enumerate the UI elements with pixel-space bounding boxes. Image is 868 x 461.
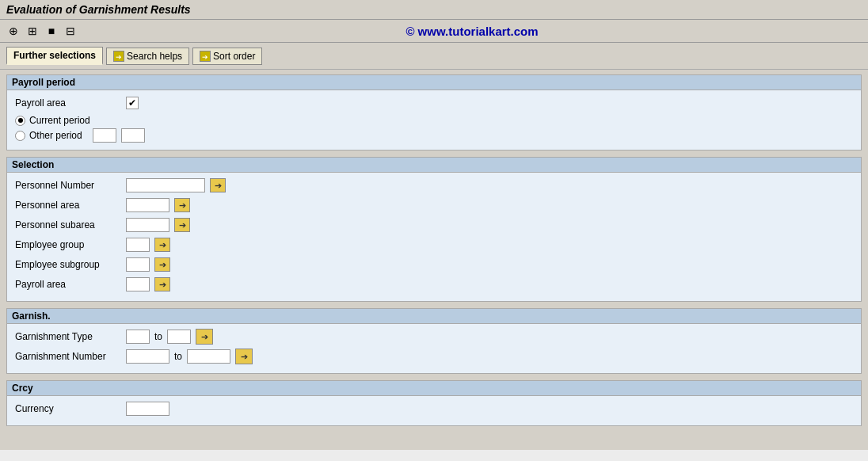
sort-order-label: Sort order bbox=[213, 51, 255, 62]
employee-subgroup-nav[interactable]: ➔ bbox=[154, 257, 170, 272]
garnishment-header: Garnish. bbox=[7, 309, 861, 324]
personnel-area-nav[interactable]: ➔ bbox=[174, 198, 190, 212]
title-bar: Evaluation of Garnishment Results bbox=[0, 0, 868, 20]
other-period-input-2[interactable] bbox=[121, 128, 145, 143]
toolbar-icon-1[interactable]: ⊕ bbox=[5, 22, 22, 40]
selection-section: Selection Personnel Number ➔ Personnel a… bbox=[6, 157, 862, 302]
personnel-number-row: Personnel Number ➔ bbox=[15, 177, 853, 193]
selection-payroll-area-row: Payroll area ➔ bbox=[15, 276, 853, 292]
search-helps-arrow-icon: ➔ bbox=[113, 51, 124, 62]
personnel-subarea-row: Personnel subarea ➔ bbox=[15, 217, 853, 233]
garnishment-type-to-label: to bbox=[154, 331, 162, 342]
toolbar-icon-2[interactable]: ⊞ bbox=[24, 22, 41, 40]
garnishment-number-row: Garnishment Number to ➔ bbox=[15, 349, 853, 364]
personnel-number-nav[interactable]: ➔ bbox=[210, 178, 226, 192]
payroll-area-row: Payroll area ✔ bbox=[15, 95, 853, 111]
current-period-row: Current period bbox=[15, 115, 853, 126]
crcy-body: Currency bbox=[7, 396, 861, 425]
employee-group-row: Employee group ➔ bbox=[15, 237, 853, 253]
selection-body: Personnel Number ➔ Personnel area ➔ Pers… bbox=[7, 173, 861, 301]
selection-header: Selection bbox=[7, 158, 861, 173]
garnishment-number-input-from[interactable] bbox=[126, 349, 169, 364]
personnel-number-input[interactable] bbox=[126, 178, 205, 192]
employee-subgroup-label: Employee subgroup bbox=[15, 259, 126, 270]
payroll-area-checkbox[interactable]: ✔ bbox=[126, 97, 139, 109]
employee-group-input[interactable] bbox=[126, 238, 150, 252]
garnishment-section: Garnish. Garnishment Type to ➔ Garnishme… bbox=[6, 308, 862, 374]
toolbar-icon-4[interactable]: ⊟ bbox=[62, 22, 79, 40]
current-period-label: Current period bbox=[29, 115, 90, 126]
page-title: Evaluation of Garnishment Results bbox=[6, 3, 191, 16]
personnel-subarea-nav[interactable]: ➔ bbox=[174, 218, 190, 232]
garnishment-type-nav[interactable]: ➔ bbox=[196, 329, 213, 345]
tab-bar: Further selections ➔ Search helps ➔ Sort… bbox=[0, 43, 868, 70]
garnishment-type-input-from[interactable] bbox=[126, 330, 150, 344]
garnishment-type-row: Garnishment Type to ➔ bbox=[15, 329, 853, 345]
selection-payroll-area-input[interactable] bbox=[126, 277, 150, 291]
garnishment-number-label: Garnishment Number bbox=[15, 351, 126, 362]
other-period-row: Other period bbox=[15, 128, 853, 143]
garnishment-number-nav[interactable]: ➔ bbox=[235, 349, 253, 364]
further-selections-label: Further selections bbox=[13, 50, 96, 61]
crcy-header: Crcy bbox=[7, 381, 861, 396]
radio-group: Current period Other period bbox=[15, 115, 853, 143]
other-period-input-1[interactable] bbox=[93, 128, 116, 143]
currency-row: Currency bbox=[15, 401, 853, 417]
selection-payroll-area-label: Payroll area bbox=[15, 279, 126, 290]
personnel-subarea-input[interactable] bbox=[126, 218, 169, 232]
other-period-radio[interactable] bbox=[15, 131, 25, 141]
selection-payroll-area-nav[interactable]: ➔ bbox=[154, 277, 170, 291]
garnishment-type-input-to[interactable] bbox=[167, 330, 191, 344]
payroll-area-label: Payroll area bbox=[15, 97, 126, 109]
tab-further-selections[interactable]: Further selections bbox=[6, 47, 103, 65]
employee-subgroup-input[interactable] bbox=[126, 257, 150, 272]
garnishment-number-to-label: to bbox=[174, 351, 182, 362]
employee-group-label: Employee group bbox=[15, 239, 126, 250]
personnel-subarea-label: Personnel subarea bbox=[15, 219, 126, 230]
sort-order-arrow-icon: ➔ bbox=[200, 51, 211, 62]
tab-sort-order[interactable]: ➔ Sort order bbox=[192, 48, 262, 65]
employee-subgroup-row: Employee subgroup ➔ bbox=[15, 257, 853, 272]
employee-group-nav[interactable]: ➔ bbox=[154, 238, 170, 252]
garnishment-body: Garnishment Type to ➔ Garnishment Number… bbox=[7, 324, 861, 373]
toolbar-icon-3[interactable]: ■ bbox=[43, 22, 60, 40]
personnel-area-input[interactable] bbox=[126, 198, 169, 212]
personnel-area-label: Personnel area bbox=[15, 200, 126, 211]
currency-label: Currency bbox=[15, 403, 126, 414]
garnishment-type-label: Garnishment Type bbox=[15, 331, 126, 342]
personnel-area-row: Personnel area ➔ bbox=[15, 197, 853, 213]
watermark: © www.tutorialkart.com bbox=[81, 25, 863, 38]
main-content: Payroll period Payroll area ✔ Current pe… bbox=[0, 70, 868, 450]
toolbar: ⊕ ⊞ ■ ⊟ © www.tutorialkart.com bbox=[0, 20, 868, 43]
tab-search-helps[interactable]: ➔ Search helps bbox=[106, 48, 189, 65]
crcy-section: Crcy Currency bbox=[6, 380, 862, 426]
search-helps-label: Search helps bbox=[127, 51, 182, 62]
payroll-period-body: Payroll area ✔ Current period Other peri… bbox=[7, 90, 861, 150]
currency-input[interactable] bbox=[126, 402, 169, 416]
other-period-label: Other period bbox=[29, 130, 82, 141]
payroll-period-section: Payroll period Payroll area ✔ Current pe… bbox=[6, 74, 862, 150]
current-period-radio[interactable] bbox=[15, 116, 25, 126]
payroll-period-header: Payroll period bbox=[7, 75, 861, 90]
garnishment-number-input-to[interactable] bbox=[187, 349, 230, 364]
personnel-number-label: Personnel Number bbox=[15, 180, 126, 191]
